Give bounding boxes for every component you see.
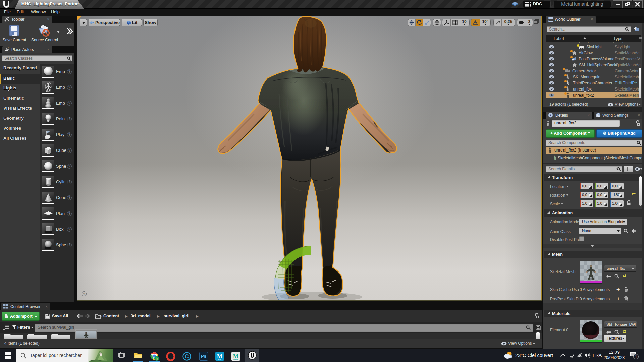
svg-text:1: 1: [635, 355, 637, 359]
svg-text:i: i: [550, 113, 551, 117]
svg-text:h: h: [156, 357, 158, 360]
svg-text:C: C: [185, 354, 189, 359]
